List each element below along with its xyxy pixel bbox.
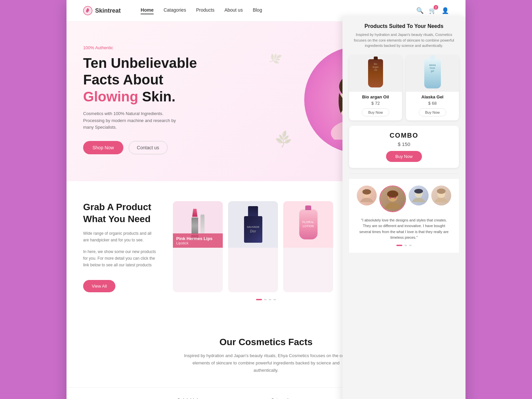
nav-about[interactable]: About us <box>224 7 243 14</box>
nav-products[interactable]: Products <box>196 7 214 14</box>
testimonial-dot-3[interactable] <box>409 245 412 246</box>
dot-2[interactable] <box>264 299 267 300</box>
product-overlay-lipstick: Pink Hermes Lips Lipstick <box>173 233 223 248</box>
avatar-1 <box>357 186 377 205</box>
gel-bottle-icon: alaskafreshgel <box>424 59 441 88</box>
cart-badge: 2 <box>434 5 438 10</box>
hero-content: 100% Authentic Ten Unbelievable Facts Ab… <box>83 45 266 155</box>
leaf-decor-top: 🌿 <box>268 52 282 66</box>
nav-home[interactable]: Home <box>141 7 154 14</box>
nav-blog[interactable]: Blog <box>253 7 262 14</box>
facts-desc: Inspired by hydration and Japan's beauty… <box>183 352 349 374</box>
hero-tag: 100% Authentic <box>83 45 266 50</box>
lipstick-body <box>192 217 198 234</box>
svg-point-18 <box>414 189 423 194</box>
combo-section: COMBO $ 150 Buy Now <box>349 126 459 168</box>
perfume-cap <box>248 206 258 216</box>
combo-buy-button[interactable]: Buy Now <box>386 151 422 162</box>
hero-title-line1: Ten Unbelievable <box>83 55 197 71</box>
divider <box>349 173 459 174</box>
testimonial-dot-2[interactable] <box>404 245 407 246</box>
product-image-perfume: SAUVAGEDior <box>228 201 278 248</box>
testimonial-dot-active[interactable] <box>396 245 402 246</box>
nav-icons: 🔍 🛒 2 👤 <box>416 7 449 14</box>
lipstick-tip <box>192 209 198 217</box>
product-card-oil: BioArganOil Bio argan Oil $ 72 Buy Now <box>349 55 402 120</box>
footer-col-lorem: et nulla morbiux aliquam. <box>83 398 167 399</box>
oil-name: Bio argan Oil <box>349 94 402 99</box>
svg-point-15 <box>389 197 391 199</box>
dot-4[interactable] <box>273 299 276 300</box>
product-card-lotion: FLORALLOTION <box>283 201 333 292</box>
panel-products-suited: Products Suited To Your Needs Inspired b… <box>349 23 459 168</box>
oil-bottle-icon: BioArganOil <box>368 59 383 87</box>
logo[interactable]: Skintreat <box>83 6 121 15</box>
section-title: Grab A Product What You Need <box>83 201 156 225</box>
gel-buy-button[interactable]: Buy Now <box>419 108 446 116</box>
hero-title-highlight: Glowing <box>83 89 138 104</box>
svg-point-16 <box>394 197 396 199</box>
combo-price: $ 150 <box>355 141 453 147</box>
view-all-button[interactable]: View All <box>83 280 115 292</box>
product-type-lipstick: Lipstick <box>176 241 219 245</box>
avatar-row <box>356 186 452 212</box>
avatar-4 <box>431 186 451 205</box>
product-image-lotion: FLORALLOTION <box>283 201 333 248</box>
product-name-lipstick: Pink Hermes Lips <box>176 236 219 241</box>
hero-title: Ten Unbelievable Facts About Glowing Ski… <box>83 55 266 105</box>
lotion-icon: FLORALLOTION <box>299 209 318 239</box>
testimonial-dots <box>356 245 452 246</box>
profile-button[interactable]: 👤 <box>442 7 449 14</box>
section-text: Grab A Product What You Need Wide range … <box>83 201 156 292</box>
gel-price: $ 68 <box>406 101 459 106</box>
product-card-perfume: SAUVAGEDior <box>228 201 278 292</box>
right-sidebar: Products Suited To Your Needs Inspired b… <box>342 17 466 399</box>
testimonial-quote: "I absolutely love the designs and style… <box>356 217 452 241</box>
section-desc1: Wide range of organic products and all a… <box>83 230 156 244</box>
dot-3[interactable] <box>269 299 271 300</box>
product-card-lipstick: Pink Hermes Lips Lipstick <box>173 201 223 292</box>
product-img-oil: BioArganOil <box>349 55 402 92</box>
panel-subtitle: Inspired by hydration and Japan's beauty… <box>349 32 459 49</box>
logo-icon <box>83 6 92 15</box>
oil-price: $ 72 <box>349 101 402 106</box>
svg-point-12 <box>362 189 371 195</box>
section-desc2: In here, we show some our new products f… <box>83 248 156 269</box>
dot-active[interactable] <box>256 299 262 300</box>
products-grid: BioArganOil Bio argan Oil $ 72 Buy Now a… <box>349 55 459 120</box>
footer-col-quick-links: Quick Links Home Catagories Products Abo… <box>177 398 261 399</box>
hero-title-suffix: Skin. <box>138 89 176 104</box>
cart-button[interactable]: 🛒 2 <box>429 7 436 14</box>
product-card-gel: alaskafreshgel Alaska Gel $ 68 Buy Now <box>406 55 459 120</box>
lipstick-second <box>200 214 204 234</box>
contact-us-button[interactable]: Contact us <box>129 141 168 154</box>
perfume-bottle: SAUVAGEDior <box>244 216 262 243</box>
shop-now-button[interactable]: Shop Now <box>83 141 123 154</box>
oil-buy-button[interactable]: Buy Now <box>362 108 389 116</box>
quick-links-title: Quick Links <box>177 398 261 399</box>
hero-buttons: Shop Now Contact us <box>83 141 266 154</box>
avatar-3 <box>409 186 429 205</box>
product-image-lipstick: Pink Hermes Lips Lipstick <box>173 201 223 248</box>
nav-categories[interactable]: Catagories <box>164 7 186 14</box>
nav-links: Home Catagories Products About us Blog <box>141 7 416 14</box>
search-button[interactable]: 🔍 <box>416 7 424 14</box>
testimonials-panel: "I absolutely love the designs and style… <box>349 179 459 253</box>
leaf-decor-left: 🌿 <box>274 130 294 149</box>
svg-point-14 <box>387 190 398 198</box>
svg-point-20 <box>437 189 446 194</box>
brand-name: Skintreat <box>95 7 121 14</box>
panel-title: Products Suited To Your Needs <box>349 23 459 29</box>
combo-label: COMBO <box>355 132 453 139</box>
hero-title-line2: Facts About <box>83 72 163 87</box>
product-img-gel: alaskafreshgel <box>406 55 459 92</box>
gel-name: Alaska Gel <box>406 94 459 99</box>
avatar-2 <box>379 186 406 212</box>
hero-subtitle: Cosmetics with 100% Natural Ingredients.… <box>83 110 183 131</box>
perfume-icon: SAUVAGEDior <box>244 206 262 243</box>
